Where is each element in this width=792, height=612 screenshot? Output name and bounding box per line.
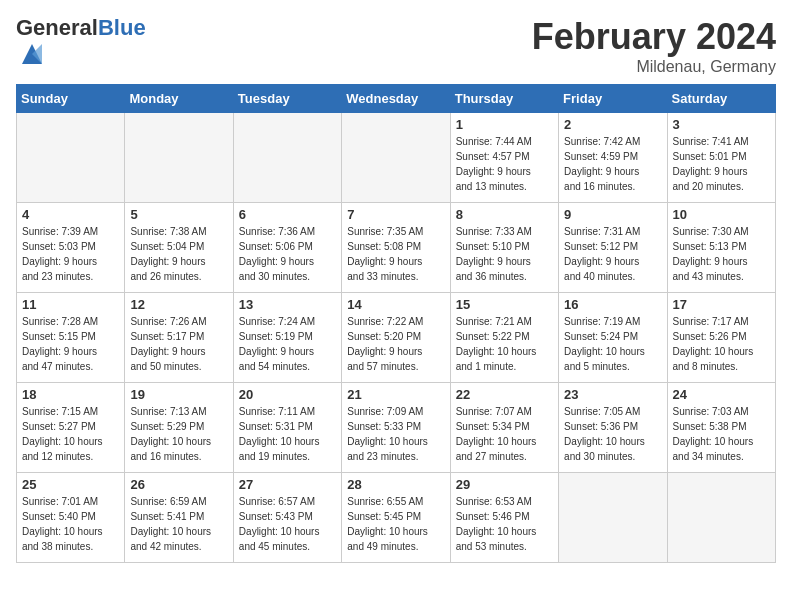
day-info: Sunrise: 7:26 AM Sunset: 5:17 PM Dayligh… [130, 314, 227, 374]
calendar-cell: 29Sunrise: 6:53 AM Sunset: 5:46 PM Dayli… [450, 473, 558, 563]
calendar-cell: 5Sunrise: 7:38 AM Sunset: 5:04 PM Daylig… [125, 203, 233, 293]
calendar-cell [559, 473, 667, 563]
calendar-cell: 4Sunrise: 7:39 AM Sunset: 5:03 PM Daylig… [17, 203, 125, 293]
col-header-sunday: Sunday [17, 85, 125, 113]
day-number: 17 [673, 297, 770, 312]
day-number: 19 [130, 387, 227, 402]
calendar-cell [125, 113, 233, 203]
calendar-table: SundayMondayTuesdayWednesdayThursdayFrid… [16, 84, 776, 563]
day-info: Sunrise: 7:33 AM Sunset: 5:10 PM Dayligh… [456, 224, 553, 284]
day-info: Sunrise: 7:44 AM Sunset: 4:57 PM Dayligh… [456, 134, 553, 194]
calendar-cell: 27Sunrise: 6:57 AM Sunset: 5:43 PM Dayli… [233, 473, 341, 563]
day-number: 3 [673, 117, 770, 132]
calendar-cell: 9Sunrise: 7:31 AM Sunset: 5:12 PM Daylig… [559, 203, 667, 293]
logo: GeneralBlue [16, 16, 146, 72]
day-number: 2 [564, 117, 661, 132]
col-header-monday: Monday [125, 85, 233, 113]
calendar-cell [667, 473, 775, 563]
calendar-cell: 20Sunrise: 7:11 AM Sunset: 5:31 PM Dayli… [233, 383, 341, 473]
day-number: 7 [347, 207, 444, 222]
calendar-cell: 8Sunrise: 7:33 AM Sunset: 5:10 PM Daylig… [450, 203, 558, 293]
calendar-cell: 17Sunrise: 7:17 AM Sunset: 5:26 PM Dayli… [667, 293, 775, 383]
calendar-week-row: 11Sunrise: 7:28 AM Sunset: 5:15 PM Dayli… [17, 293, 776, 383]
day-number: 26 [130, 477, 227, 492]
calendar-week-row: 25Sunrise: 7:01 AM Sunset: 5:40 PM Dayli… [17, 473, 776, 563]
day-number: 20 [239, 387, 336, 402]
day-info: Sunrise: 7:28 AM Sunset: 5:15 PM Dayligh… [22, 314, 119, 374]
day-info: Sunrise: 7:13 AM Sunset: 5:29 PM Dayligh… [130, 404, 227, 464]
day-number: 22 [456, 387, 553, 402]
day-info: Sunrise: 7:42 AM Sunset: 4:59 PM Dayligh… [564, 134, 661, 194]
day-info: Sunrise: 7:17 AM Sunset: 5:26 PM Dayligh… [673, 314, 770, 374]
day-info: Sunrise: 7:01 AM Sunset: 5:40 PM Dayligh… [22, 494, 119, 554]
day-info: Sunrise: 7:07 AM Sunset: 5:34 PM Dayligh… [456, 404, 553, 464]
calendar-cell: 10Sunrise: 7:30 AM Sunset: 5:13 PM Dayli… [667, 203, 775, 293]
day-info: Sunrise: 7:21 AM Sunset: 5:22 PM Dayligh… [456, 314, 553, 374]
calendar-cell: 12Sunrise: 7:26 AM Sunset: 5:17 PM Dayli… [125, 293, 233, 383]
day-info: Sunrise: 7:31 AM Sunset: 5:12 PM Dayligh… [564, 224, 661, 284]
day-info: Sunrise: 7:15 AM Sunset: 5:27 PM Dayligh… [22, 404, 119, 464]
day-info: Sunrise: 7:11 AM Sunset: 5:31 PM Dayligh… [239, 404, 336, 464]
calendar-cell: 1Sunrise: 7:44 AM Sunset: 4:57 PM Daylig… [450, 113, 558, 203]
calendar-week-row: 4Sunrise: 7:39 AM Sunset: 5:03 PM Daylig… [17, 203, 776, 293]
day-info: Sunrise: 6:57 AM Sunset: 5:43 PM Dayligh… [239, 494, 336, 554]
calendar-cell: 22Sunrise: 7:07 AM Sunset: 5:34 PM Dayli… [450, 383, 558, 473]
calendar-cell: 7Sunrise: 7:35 AM Sunset: 5:08 PM Daylig… [342, 203, 450, 293]
day-info: Sunrise: 7:22 AM Sunset: 5:20 PM Dayligh… [347, 314, 444, 374]
day-info: Sunrise: 7:41 AM Sunset: 5:01 PM Dayligh… [673, 134, 770, 194]
calendar-cell: 21Sunrise: 7:09 AM Sunset: 5:33 PM Dayli… [342, 383, 450, 473]
calendar-cell: 15Sunrise: 7:21 AM Sunset: 5:22 PM Dayli… [450, 293, 558, 383]
day-number: 6 [239, 207, 336, 222]
day-number: 24 [673, 387, 770, 402]
calendar-cell: 23Sunrise: 7:05 AM Sunset: 5:36 PM Dayli… [559, 383, 667, 473]
day-info: Sunrise: 7:03 AM Sunset: 5:38 PM Dayligh… [673, 404, 770, 464]
page-header: GeneralBlue February 2024 Mildenau, Germ… [16, 16, 776, 76]
calendar-cell: 16Sunrise: 7:19 AM Sunset: 5:24 PM Dayli… [559, 293, 667, 383]
day-number: 16 [564, 297, 661, 312]
calendar-cell [233, 113, 341, 203]
day-number: 25 [22, 477, 119, 492]
col-header-saturday: Saturday [667, 85, 775, 113]
logo-icon [18, 40, 46, 68]
day-info: Sunrise: 7:09 AM Sunset: 5:33 PM Dayligh… [347, 404, 444, 464]
day-info: Sunrise: 7:36 AM Sunset: 5:06 PM Dayligh… [239, 224, 336, 284]
month-title: February 2024 [532, 16, 776, 58]
calendar-cell: 13Sunrise: 7:24 AM Sunset: 5:19 PM Dayli… [233, 293, 341, 383]
day-info: Sunrise: 7:19 AM Sunset: 5:24 PM Dayligh… [564, 314, 661, 374]
day-number: 11 [22, 297, 119, 312]
day-number: 15 [456, 297, 553, 312]
calendar-cell: 18Sunrise: 7:15 AM Sunset: 5:27 PM Dayli… [17, 383, 125, 473]
day-number: 21 [347, 387, 444, 402]
calendar-cell: 28Sunrise: 6:55 AM Sunset: 5:45 PM Dayli… [342, 473, 450, 563]
day-info: Sunrise: 6:53 AM Sunset: 5:46 PM Dayligh… [456, 494, 553, 554]
day-number: 9 [564, 207, 661, 222]
calendar-cell: 24Sunrise: 7:03 AM Sunset: 5:38 PM Dayli… [667, 383, 775, 473]
day-number: 23 [564, 387, 661, 402]
day-info: Sunrise: 7:30 AM Sunset: 5:13 PM Dayligh… [673, 224, 770, 284]
calendar-cell [342, 113, 450, 203]
calendar-week-row: 1Sunrise: 7:44 AM Sunset: 4:57 PM Daylig… [17, 113, 776, 203]
day-number: 27 [239, 477, 336, 492]
day-number: 10 [673, 207, 770, 222]
title-block: February 2024 Mildenau, Germany [532, 16, 776, 76]
logo-general-text: General [16, 15, 98, 40]
day-info: Sunrise: 7:05 AM Sunset: 5:36 PM Dayligh… [564, 404, 661, 464]
day-number: 4 [22, 207, 119, 222]
day-number: 12 [130, 297, 227, 312]
calendar-cell: 3Sunrise: 7:41 AM Sunset: 5:01 PM Daylig… [667, 113, 775, 203]
day-number: 8 [456, 207, 553, 222]
day-info: Sunrise: 7:35 AM Sunset: 5:08 PM Dayligh… [347, 224, 444, 284]
calendar-cell: 14Sunrise: 7:22 AM Sunset: 5:20 PM Dayli… [342, 293, 450, 383]
day-number: 29 [456, 477, 553, 492]
day-number: 13 [239, 297, 336, 312]
col-header-friday: Friday [559, 85, 667, 113]
day-number: 14 [347, 297, 444, 312]
calendar-week-row: 18Sunrise: 7:15 AM Sunset: 5:27 PM Dayli… [17, 383, 776, 473]
day-number: 1 [456, 117, 553, 132]
calendar-cell: 6Sunrise: 7:36 AM Sunset: 5:06 PM Daylig… [233, 203, 341, 293]
col-header-thursday: Thursday [450, 85, 558, 113]
calendar-cell [17, 113, 125, 203]
col-header-wednesday: Wednesday [342, 85, 450, 113]
location-text: Mildenau, Germany [532, 58, 776, 76]
day-info: Sunrise: 7:39 AM Sunset: 5:03 PM Dayligh… [22, 224, 119, 284]
